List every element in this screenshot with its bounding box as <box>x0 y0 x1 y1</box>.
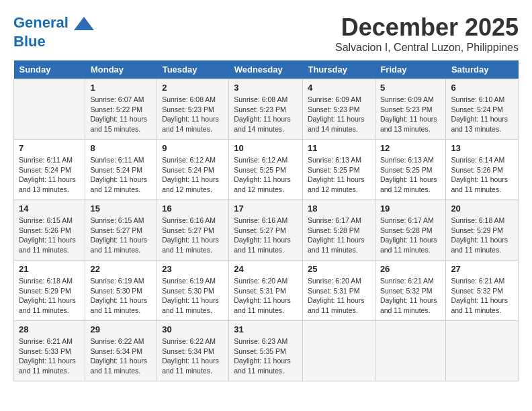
day-info: Sunrise: 6:09 AMSunset: 5:23 PMDaylight:… <box>308 95 370 134</box>
calendar-cell: 20Sunrise: 6:18 AMSunset: 5:29 PMDayligh… <box>446 200 519 261</box>
calendar-week-row: 7Sunrise: 6:11 AMSunset: 5:24 PMDaylight… <box>14 140 519 200</box>
calendar-cell: 13Sunrise: 6:14 AMSunset: 5:26 PMDayligh… <box>446 140 519 200</box>
day-number: 31 <box>234 324 298 334</box>
calendar-body: 1Sunrise: 6:07 AMSunset: 5:22 PMDaylight… <box>14 79 519 381</box>
calendar-week-row: 28Sunrise: 6:21 AMSunset: 5:33 PMDayligh… <box>14 321 519 381</box>
calendar-cell: 28Sunrise: 6:21 AMSunset: 5:33 PMDayligh… <box>14 321 85 381</box>
day-number: 2 <box>162 83 224 93</box>
calendar-cell: 16Sunrise: 6:16 AMSunset: 5:27 PMDayligh… <box>157 200 229 261</box>
day-number: 29 <box>90 324 152 334</box>
day-number: 19 <box>380 203 441 214</box>
calendar-cell: 23Sunrise: 6:19 AMSunset: 5:30 PMDayligh… <box>157 261 229 321</box>
calendar-week-row: 14Sunrise: 6:15 AMSunset: 5:26 PMDayligh… <box>14 200 519 261</box>
calendar-cell: 10Sunrise: 6:12 AMSunset: 5:25 PMDayligh… <box>229 140 303 200</box>
calendar-cell: 12Sunrise: 6:13 AMSunset: 5:25 PMDayligh… <box>375 140 446 200</box>
calendar-cell <box>302 321 375 381</box>
day-number: 28 <box>19 324 80 334</box>
day-info: Sunrise: 6:15 AMSunset: 5:27 PMDaylight:… <box>90 216 152 255</box>
day-info: Sunrise: 6:21 AMSunset: 5:32 PMDaylight:… <box>380 276 441 316</box>
day-number: 30 <box>162 324 224 334</box>
logo-text: General <box>13 13 94 34</box>
day-number: 12 <box>380 143 441 153</box>
calendar-cell: 9Sunrise: 6:12 AMSunset: 5:24 PMDaylight… <box>157 140 229 200</box>
day-number: 10 <box>234 143 298 153</box>
day-number: 13 <box>451 143 513 153</box>
day-info: Sunrise: 6:15 AMSunset: 5:26 PMDaylight:… <box>19 216 80 255</box>
title-section: December 2025 Salvacion I, Central Luzon… <box>335 13 519 54</box>
day-info: Sunrise: 6:12 AMSunset: 5:24 PMDaylight:… <box>162 155 224 195</box>
calendar-cell: 8Sunrise: 6:11 AMSunset: 5:24 PMDaylight… <box>85 140 157 200</box>
day-info: Sunrise: 6:21 AMSunset: 5:33 PMDaylight:… <box>19 336 80 376</box>
calendar-cell: 30Sunrise: 6:22 AMSunset: 5:34 PMDayligh… <box>157 321 229 381</box>
month-title: December 2025 <box>335 13 519 42</box>
day-number: 9 <box>162 143 224 153</box>
weekday-header-friday: Friday <box>375 60 446 79</box>
day-number: 20 <box>451 203 513 214</box>
calendar-cell: 19Sunrise: 6:17 AMSunset: 5:28 PMDayligh… <box>375 200 446 261</box>
calendar-cell: 1Sunrise: 6:07 AMSunset: 5:22 PMDaylight… <box>85 79 157 140</box>
calendar-cell: 24Sunrise: 6:20 AMSunset: 5:31 PMDayligh… <box>229 261 303 321</box>
day-info: Sunrise: 6:07 AMSunset: 5:22 PMDaylight:… <box>90 95 152 134</box>
weekday-header-thursday: Thursday <box>302 60 375 79</box>
weekday-header-saturday: Saturday <box>446 60 519 79</box>
day-info: Sunrise: 6:22 AMSunset: 5:34 PMDaylight:… <box>90 336 152 376</box>
calendar-cell: 25Sunrise: 6:20 AMSunset: 5:31 PMDayligh… <box>302 261 375 321</box>
day-info: Sunrise: 6:21 AMSunset: 5:32 PMDaylight:… <box>451 276 513 316</box>
day-number: 11 <box>308 143 370 153</box>
day-number: 1 <box>90 83 152 93</box>
day-info: Sunrise: 6:11 AMSunset: 5:24 PMDaylight:… <box>19 155 80 195</box>
weekday-header-tuesday: Tuesday <box>157 60 229 79</box>
day-number: 27 <box>451 264 513 274</box>
logo-blue: Blue <box>13 34 94 50</box>
day-number: 18 <box>308 203 370 214</box>
weekday-header-row: SundayMondayTuesdayWednesdayThursdayFrid… <box>14 60 519 79</box>
calendar-cell: 4Sunrise: 6:09 AMSunset: 5:23 PMDaylight… <box>302 79 375 140</box>
calendar-cell: 15Sunrise: 6:15 AMSunset: 5:27 PMDayligh… <box>85 200 157 261</box>
calendar-cell: 17Sunrise: 6:16 AMSunset: 5:27 PMDayligh… <box>229 200 303 261</box>
page-header: General Blue December 2025 Salvacion I, … <box>13 13 519 54</box>
calendar-week-row: 21Sunrise: 6:18 AMSunset: 5:29 PMDayligh… <box>14 261 519 321</box>
calendar-cell <box>14 79 85 140</box>
calendar-cell: 29Sunrise: 6:22 AMSunset: 5:34 PMDayligh… <box>85 321 157 381</box>
day-info: Sunrise: 6:17 AMSunset: 5:28 PMDaylight:… <box>380 216 441 255</box>
day-info: Sunrise: 6:16 AMSunset: 5:27 PMDaylight:… <box>234 216 298 255</box>
calendar-cell: 27Sunrise: 6:21 AMSunset: 5:32 PMDayligh… <box>446 261 519 321</box>
day-number: 25 <box>308 264 370 274</box>
day-number: 22 <box>90 264 152 274</box>
calendar-table: SundayMondayTuesdayWednesdayThursdayFrid… <box>13 60 519 381</box>
day-info: Sunrise: 6:12 AMSunset: 5:25 PMDaylight:… <box>234 155 298 195</box>
calendar-cell: 7Sunrise: 6:11 AMSunset: 5:24 PMDaylight… <box>14 140 85 200</box>
calendar-cell <box>446 321 519 381</box>
day-info: Sunrise: 6:23 AMSunset: 5:35 PMDaylight:… <box>234 336 298 376</box>
day-info: Sunrise: 6:13 AMSunset: 5:25 PMDaylight:… <box>380 155 441 195</box>
svg-marker-0 <box>74 17 94 30</box>
day-info: Sunrise: 6:16 AMSunset: 5:27 PMDaylight:… <box>162 216 224 255</box>
day-number: 6 <box>451 83 513 93</box>
day-number: 4 <box>308 83 370 93</box>
day-number: 23 <box>162 264 224 274</box>
logo-icon <box>74 13 94 34</box>
day-number: 8 <box>90 143 152 153</box>
day-info: Sunrise: 6:09 AMSunset: 5:23 PMDaylight:… <box>380 95 441 134</box>
weekday-header-sunday: Sunday <box>14 60 85 79</box>
day-info: Sunrise: 6:20 AMSunset: 5:31 PMDaylight:… <box>234 276 298 316</box>
day-number: 16 <box>162 203 224 214</box>
day-info: Sunrise: 6:18 AMSunset: 5:29 PMDaylight:… <box>451 216 513 255</box>
day-number: 15 <box>90 203 152 214</box>
calendar-cell: 14Sunrise: 6:15 AMSunset: 5:26 PMDayligh… <box>14 200 85 261</box>
calendar-cell: 21Sunrise: 6:18 AMSunset: 5:29 PMDayligh… <box>14 261 85 321</box>
calendar-cell: 31Sunrise: 6:23 AMSunset: 5:35 PMDayligh… <box>229 321 303 381</box>
day-info: Sunrise: 6:13 AMSunset: 5:25 PMDaylight:… <box>308 155 370 195</box>
calendar-cell: 6Sunrise: 6:10 AMSunset: 5:24 PMDaylight… <box>446 79 519 140</box>
day-info: Sunrise: 6:19 AMSunset: 5:30 PMDaylight:… <box>162 276 224 316</box>
day-info: Sunrise: 6:17 AMSunset: 5:28 PMDaylight:… <box>308 216 370 255</box>
calendar-cell: 22Sunrise: 6:19 AMSunset: 5:30 PMDayligh… <box>85 261 157 321</box>
day-info: Sunrise: 6:18 AMSunset: 5:29 PMDaylight:… <box>19 276 80 316</box>
day-number: 17 <box>234 203 298 214</box>
calendar-cell <box>375 321 446 381</box>
weekday-header-monday: Monday <box>85 60 157 79</box>
logo: General Blue <box>13 13 94 50</box>
calendar-cell: 18Sunrise: 6:17 AMSunset: 5:28 PMDayligh… <box>302 200 375 261</box>
calendar-cell: 26Sunrise: 6:21 AMSunset: 5:32 PMDayligh… <box>375 261 446 321</box>
calendar-cell: 5Sunrise: 6:09 AMSunset: 5:23 PMDaylight… <box>375 79 446 140</box>
